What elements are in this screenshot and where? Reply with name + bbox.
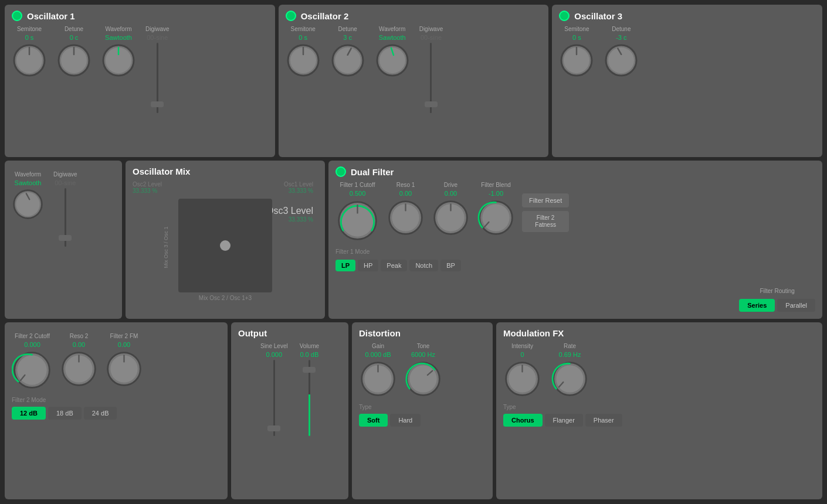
dual-filter-title: Dual Filter xyxy=(335,166,815,177)
routing-series-btn[interactable]: Series xyxy=(739,299,775,312)
filter-blend-group: Filter Blend -1.00 xyxy=(477,182,515,237)
filter1-cutoff-group: Filter 1 Cutoff 0.500 xyxy=(335,182,379,243)
oscillator1-power-btn[interactable] xyxy=(12,11,22,21)
output-title: Output xyxy=(238,328,341,338)
osc3-semitone-group: Semitone 0 s xyxy=(559,26,594,78)
modulation-intensity-knob[interactable] xyxy=(503,360,541,398)
oscillator-mix-panel: Oscillator Mix Osc2 Level 33.333 % Osc1 … xyxy=(126,161,325,319)
osc2-semitone-group: Semitone 0 s xyxy=(286,26,321,78)
modulation-intensity-group: Intensity 0 xyxy=(503,343,541,398)
reso1-knob[interactable] xyxy=(387,199,425,237)
osc3-digiwave-slider[interactable] xyxy=(59,188,71,247)
oscillator1-panel: Oscillator 1 Semitone 0 s Detune 0 c xyxy=(5,5,275,157)
osc3-semitone-knob[interactable] xyxy=(559,43,594,78)
dual-filter-panel: Dual Filter Filter 1 Cutoff 0.500 xyxy=(328,161,822,319)
svg-point-58 xyxy=(556,365,583,392)
distortion-panel: Distortion Gain 0.000 dB Tone 6000 Hz xyxy=(352,322,493,499)
filter2-cutoff-group: Filter 2 Cutoff 0.000 xyxy=(12,333,53,391)
oscillator-mix-xy-pad[interactable] xyxy=(178,199,272,292)
xy-x-label: Mix Osc 2 / Osc 1+3 xyxy=(175,295,275,301)
filter2-panel: Filter 2 Cutoff 0.000 Reso 2 0.00 xyxy=(5,322,228,499)
osc2-detune-group: Detune 3 c xyxy=(330,26,365,78)
distortion-tone-knob[interactable] xyxy=(404,360,442,398)
osc1-digiwave-slider[interactable] xyxy=(151,43,163,113)
distortion-gain-knob[interactable] xyxy=(359,360,397,398)
oscillator3-panel: Oscillator 3 Semitone 0 s Detune -3 c xyxy=(552,5,822,157)
filter2-cutoff-knob[interactable] xyxy=(12,350,53,391)
osc1-waveform-group: Waveform Sawtooth xyxy=(101,26,136,78)
xy-y-label: Mix Osc 3 / Osc 1 xyxy=(163,226,169,268)
filter2-fatness-button[interactable]: Filter 2Fatness xyxy=(522,211,569,232)
filter-routing-buttons: Series Parallel xyxy=(739,299,815,312)
filter-mode-peak[interactable]: Peak xyxy=(381,260,407,271)
osc1-waveform-knob[interactable] xyxy=(101,43,136,78)
filter2-mode-24db[interactable]: 24 dB xyxy=(84,407,117,420)
osc1-semitone-group: Semitone 0 s xyxy=(12,26,47,78)
svg-point-37 xyxy=(482,204,509,231)
oscillator2-title: Oscillator 2 xyxy=(286,11,542,21)
oscillator3-mini-panel: Waveform Sawtooth Digiwave 00-sine xyxy=(5,161,122,319)
volume-slider[interactable] xyxy=(303,360,316,436)
distortion-type-soft[interactable]: Soft xyxy=(359,414,388,427)
dual-filter-power-btn[interactable] xyxy=(335,166,346,177)
modulation-fx-title: Modulation FX xyxy=(503,328,815,338)
filter1-cutoff-knob[interactable] xyxy=(335,199,379,243)
reso1-group: Reso 1 0.00 xyxy=(387,182,425,237)
filter-blend-knob[interactable] xyxy=(477,199,515,237)
distortion-tone-group: Tone 6000 Hz xyxy=(404,343,442,398)
filter-mode-notch[interactable]: Notch xyxy=(409,260,438,271)
osc2-waveform-group: Waveform Sawtooth xyxy=(375,26,410,78)
svg-point-52 xyxy=(409,365,436,392)
oscillator3-power-btn[interactable] xyxy=(559,11,570,21)
osc3-waveform-knob[interactable] xyxy=(12,188,44,220)
osc2-semitone-knob[interactable] xyxy=(286,43,321,78)
oscillator1-title: Oscillator 1 xyxy=(12,11,268,21)
modulation-type-phaser[interactable]: Phaser xyxy=(585,414,622,427)
osc3-digiwave-group: Digiwave 00-sine xyxy=(53,171,77,247)
osc2-waveform-knob[interactable] xyxy=(375,43,410,78)
osc3-waveform-group: Waveform Sawtooth xyxy=(12,171,44,220)
modulation-rate-knob[interactable] xyxy=(551,360,589,398)
osc1-semitone-knob[interactable] xyxy=(12,43,47,78)
osc2-detune-knob[interactable] xyxy=(330,43,365,78)
routing-parallel-btn[interactable]: Parallel xyxy=(777,299,815,312)
drive-group: Drive 0.00 xyxy=(432,182,470,237)
output-panel: Output Sine Level 0.000 Volume 0.0 dB xyxy=(231,322,348,499)
modulation-type-flanger[interactable]: Flanger xyxy=(545,414,583,427)
filter2-fm-knob[interactable] xyxy=(105,350,143,388)
filter-mode-lp[interactable]: LP xyxy=(335,260,355,271)
filter-reset-button[interactable]: Filter Reset xyxy=(522,193,569,207)
drive-knob[interactable] xyxy=(432,199,470,237)
sine-level-slider[interactable] xyxy=(267,360,280,436)
osc2-digiwave-group: Digiwave 00-sine xyxy=(419,26,443,113)
filter-mode-bp[interactable]: BP xyxy=(440,260,461,271)
svg-point-40 xyxy=(17,355,46,384)
oscillator2-panel: Oscillator 2 Semitone 0 s Detune 3 c xyxy=(279,5,549,157)
reso2-knob[interactable] xyxy=(60,350,98,388)
modulation-rate-group: Rate 0.69 Hz xyxy=(551,343,589,398)
distortion-type-buttons: Soft Hard xyxy=(359,414,486,427)
svg-point-13 xyxy=(335,47,361,73)
distortion-title: Distortion xyxy=(359,328,486,338)
osc3-detune-group: Detune -3 c xyxy=(604,26,639,78)
oscillator3-title: Oscillator 3 xyxy=(559,11,815,21)
filter2-fm-group: Filter 2 FM 0.00 xyxy=(105,333,143,388)
oscillator-mix-title: Oscillator Mix xyxy=(133,166,318,176)
osc1-detune-group: Detune 0 c xyxy=(56,26,91,78)
reso2-group: Reso 2 0.00 xyxy=(60,333,98,388)
filter2-mode-buttons: 12 dB 18 dB 24 dB xyxy=(12,407,221,420)
filter1-mode-buttons: LP HP Peak Notch BP xyxy=(335,260,815,271)
distortion-type-hard[interactable]: Hard xyxy=(390,414,421,427)
svg-point-22 xyxy=(608,47,634,73)
filter2-mode-18db[interactable]: 18 dB xyxy=(48,407,82,420)
distortion-gain-group: Gain 0.000 dB xyxy=(359,343,397,398)
osc3-detune-knob[interactable] xyxy=(604,43,639,78)
modulation-type-chorus[interactable]: Chorus xyxy=(503,414,543,427)
osc2-digiwave-slider[interactable] xyxy=(425,43,437,113)
modulation-fx-panel: Modulation FX Intensity 0 Rate 0.69 Hz xyxy=(496,322,822,499)
osc1-digiwave-group: Digiwave 00-sine xyxy=(145,26,170,113)
osc1-detune-knob[interactable] xyxy=(56,43,91,78)
oscillator2-power-btn[interactable] xyxy=(286,11,296,21)
filter2-mode-12db[interactable]: 12 dB xyxy=(12,407,46,420)
filter-mode-hp[interactable]: HP xyxy=(358,260,378,271)
